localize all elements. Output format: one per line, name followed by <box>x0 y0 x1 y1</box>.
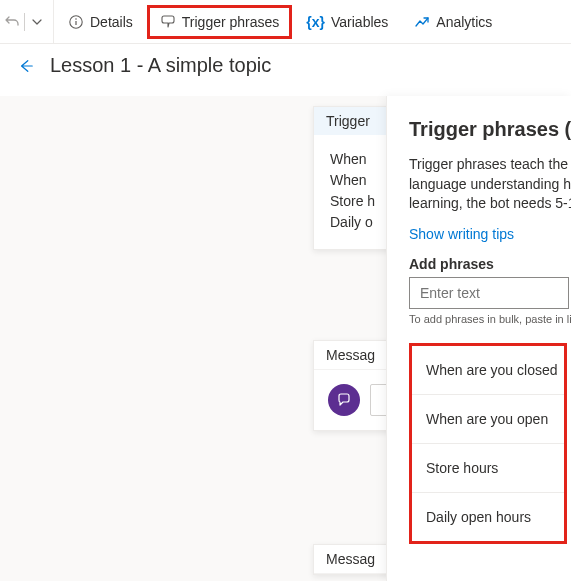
panel-title: Trigger phrases (4) <box>409 118 571 141</box>
toolbar: Details Trigger phrases {x} Variables An… <box>0 0 571 44</box>
trigger-phrases-button[interactable]: Trigger phrases <box>147 5 293 39</box>
trigger-phrases-panel: Trigger phrases (4) Trigger phrases teac… <box>386 96 571 581</box>
back-arrow-icon[interactable] <box>18 58 34 74</box>
analytics-label: Analytics <box>436 14 492 30</box>
details-label: Details <box>90 14 133 30</box>
header-row: Lesson 1 - A simple topic <box>0 44 571 95</box>
svg-rect-2 <box>75 21 76 25</box>
undo-group <box>4 0 54 43</box>
add-phrase-input[interactable] <box>409 277 569 309</box>
show-writing-tips-link[interactable]: Show writing tips <box>409 226 571 242</box>
analytics-button[interactable]: Analytics <box>402 6 504 38</box>
variables-label: Variables <box>331 14 388 30</box>
svg-point-1 <box>75 18 77 20</box>
details-button[interactable]: Details <box>56 6 145 38</box>
trigger-icon <box>160 14 176 30</box>
phrase-list: When are you closed When are you open St… <box>409 343 567 544</box>
phrase-item[interactable]: When are you open <box>412 395 564 444</box>
page-title: Lesson 1 - A simple topic <box>50 54 271 77</box>
variables-icon: {x} <box>306 14 325 30</box>
undo-icon[interactable] <box>4 14 20 30</box>
chat-icon <box>328 384 360 416</box>
trigger-phrases-label: Trigger phrases <box>182 14 280 30</box>
panel-description: Trigger phrases teach the bot language u… <box>409 155 571 214</box>
phrase-item[interactable]: Store hours <box>412 444 564 493</box>
phrase-item[interactable]: Daily open hours <box>412 493 564 541</box>
chevron-down-icon[interactable] <box>29 14 45 30</box>
bulk-hint: To add phrases in bulk, paste in line-se… <box>409 313 571 325</box>
variables-button[interactable]: {x} Variables <box>294 6 400 38</box>
info-icon <box>68 14 84 30</box>
analytics-icon <box>414 14 430 30</box>
add-phrases-label: Add phrases <box>409 256 571 272</box>
phrase-item[interactable]: When are you closed <box>412 346 564 395</box>
